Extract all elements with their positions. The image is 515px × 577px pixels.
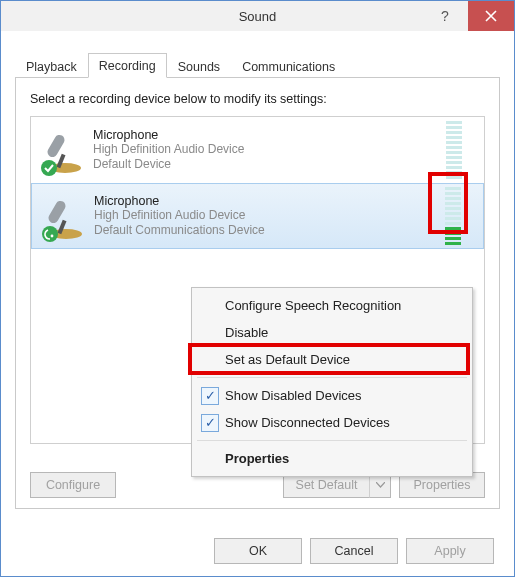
titlebar: Sound ? xyxy=(1,1,514,31)
tab-playback[interactable]: Playback xyxy=(15,54,88,78)
cancel-button[interactable]: Cancel xyxy=(310,538,398,564)
ctx-properties[interactable]: Properties xyxy=(195,445,469,472)
dialog-button-row: OK Cancel Apply xyxy=(214,538,494,564)
window-title: Sound xyxy=(239,9,277,24)
device-item[interactable]: Microphone High Definition Audio Device … xyxy=(31,183,484,249)
ctx-show-disconnected[interactable]: ✓ Show Disconnected Devices xyxy=(195,409,469,436)
level-meter xyxy=(445,187,461,245)
device-name: Microphone xyxy=(93,128,432,142)
ctx-disable[interactable]: Disable xyxy=(195,319,469,346)
apply-button[interactable]: Apply xyxy=(406,538,494,564)
ctx-label: Show Disconnected Devices xyxy=(225,415,390,430)
svg-point-3 xyxy=(41,160,57,176)
ctx-set-default[interactable]: Set as Default Device xyxy=(195,346,469,373)
device-name: Microphone xyxy=(94,194,431,208)
tab-sounds[interactable]: Sounds xyxy=(167,54,231,78)
device-text: Microphone High Definition Audio Device … xyxy=(94,194,431,238)
tab-row: Playback Recording Sounds Communications xyxy=(15,49,500,77)
svg-point-8 xyxy=(51,235,54,238)
chevron-down-icon xyxy=(376,482,385,488)
ctx-show-disabled[interactable]: ✓ Show Disabled Devices xyxy=(195,382,469,409)
check-icon: ✓ xyxy=(201,387,219,405)
device-item[interactable]: Microphone High Definition Audio Device … xyxy=(31,117,484,183)
microphone-icon xyxy=(36,190,88,242)
ok-button[interactable]: OK xyxy=(214,538,302,564)
ctx-configure-speech[interactable]: Configure Speech Recognition xyxy=(195,292,469,319)
tab-communications[interactable]: Communications xyxy=(231,54,346,78)
microphone-icon xyxy=(35,124,87,176)
sound-dialog: Sound ? Playback Recording Sounds Commun… xyxy=(0,0,515,577)
device-text: Microphone High Definition Audio Device … xyxy=(93,128,432,172)
close-button[interactable] xyxy=(468,1,514,31)
device-status: Default Device xyxy=(93,157,432,172)
ctx-label: Show Disabled Devices xyxy=(225,388,362,403)
device-status: Default Communications Device xyxy=(94,223,431,238)
separator xyxy=(197,440,467,441)
device-desc: High Definition Audio Device xyxy=(93,142,432,157)
device-desc: High Definition Audio Device xyxy=(94,208,431,223)
tab-recording[interactable]: Recording xyxy=(88,53,167,78)
check-icon: ✓ xyxy=(201,414,219,432)
separator xyxy=(197,377,467,378)
client-area: Playback Recording Sounds Communications… xyxy=(1,31,514,576)
level-meter xyxy=(446,121,462,179)
context-menu: Configure Speech Recognition Disable Set… xyxy=(191,287,473,477)
close-icon xyxy=(485,10,497,22)
instruction-text: Select a recording device below to modif… xyxy=(30,92,485,106)
configure-button[interactable]: Configure xyxy=(30,472,116,498)
help-button[interactable]: ? xyxy=(422,1,468,31)
